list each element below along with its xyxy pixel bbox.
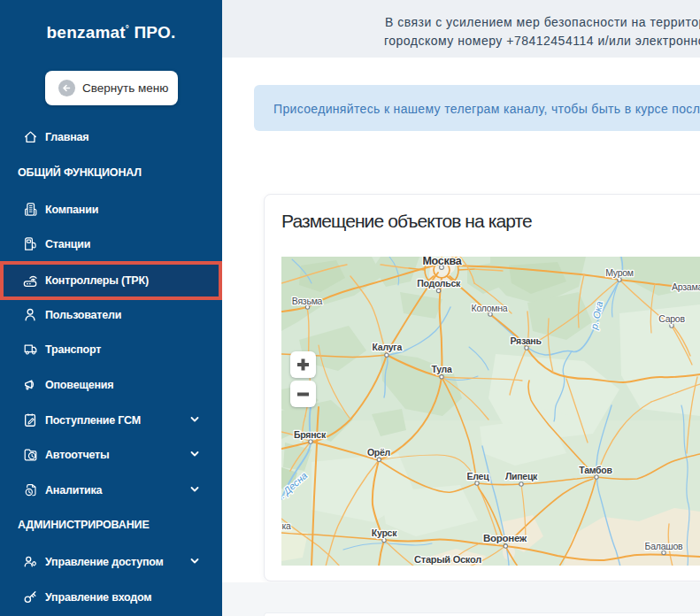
svg-text:Муром: Муром	[605, 267, 634, 278]
svg-text:ка: ка	[282, 520, 292, 531]
svg-text:Брянск: Брянск	[294, 429, 327, 440]
svg-text:Липецк: Липецк	[505, 471, 538, 481]
svg-text:Рязань: Рязань	[510, 335, 542, 346]
svg-text:Тула: Тула	[431, 364, 452, 374]
svg-text:Коломна: Коломна	[472, 303, 508, 313]
svg-text:Воронеж: Воронеж	[483, 533, 527, 543]
svg-text:Подольск: Подольск	[417, 278, 461, 289]
svg-text:Старый Оскол: Старый Оскол	[414, 554, 481, 565]
svg-text:Елец: Елец	[467, 471, 490, 481]
svg-text:Курск: Курск	[372, 527, 397, 538]
svg-text:Вязьма: Вязьма	[292, 296, 323, 306]
svg-text:Арзамас: Арзамас	[672, 281, 700, 292]
svg-text:Орёл: Орёл	[367, 447, 390, 458]
svg-text:Тамбов: Тамбов	[579, 465, 612, 475]
svg-text:Балашов: Балашов	[645, 541, 683, 551]
svg-text:Саров: Саров	[658, 313, 685, 324]
svg-text:Москва: Москва	[422, 257, 462, 267]
svg-text:Калуга: Калуга	[373, 342, 403, 352]
